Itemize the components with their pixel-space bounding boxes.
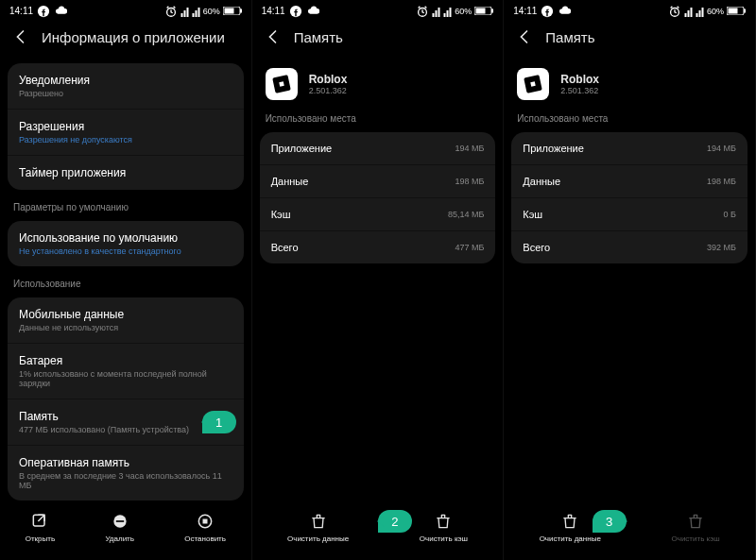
app-name: Roblox — [309, 73, 348, 86]
section-space-used: Использовано места — [504, 106, 755, 127]
status-battery: 60% — [707, 7, 724, 16]
status-time: 14:11 — [262, 6, 285, 16]
status-battery: 60% — [455, 7, 472, 16]
status-time: 14:11 — [513, 6, 537, 16]
row-storage[interactable]: Память 477 МБ использовано (Память устро… — [8, 399, 244, 445]
signal-icon — [696, 6, 704, 17]
row-default-use[interactable]: Использование по умолчанию Не установлен… — [8, 221, 244, 266]
screen-storage-after: 14:11 60% Память Roblox 2.501.362 Исполь… — [504, 0, 756, 560]
status-bar: 14:11 60% — [0, 0, 251, 19]
back-button[interactable] — [13, 28, 30, 45]
row-permissions[interactable]: Разрешения Разрешения не допускаются — [8, 109, 244, 155]
screen-app-info: 14:11 60% Информация о приложении Уведом… — [0, 0, 252, 560]
clear-data-button[interactable]: Очистить данные 3 — [540, 512, 601, 543]
row-battery[interactable]: Батарея 1% использовано с момента послед… — [8, 343, 244, 399]
facebook-icon — [541, 5, 554, 18]
bottom-bar: Очистить данные 2 Очистить кэш — [252, 502, 504, 560]
app-icon — [266, 68, 298, 100]
bottom-bar: Очистить данные 3 Очистить кэш — [504, 502, 755, 560]
row-total-size: Всего 392 МБ — [511, 230, 747, 263]
row-data-size: Данные 198 МБ — [260, 164, 496, 197]
facebook-icon — [289, 5, 302, 18]
minus-circle-icon — [111, 512, 129, 531]
signal-icon — [180, 6, 189, 17]
trash-icon — [434, 512, 453, 531]
trash-icon — [560, 512, 579, 531]
screen-storage-before: 14:11 60% Память Roblox 2.501.362 Исполь… — [252, 0, 505, 560]
force-stop-button[interactable]: Остановить — [184, 512, 226, 543]
row-app-timer[interactable]: Таймер приложения — [8, 155, 244, 190]
page-title: Память — [294, 29, 343, 45]
page-header: Память — [252, 19, 504, 59]
app-version: 2.501.362 — [560, 86, 599, 95]
app-header: Roblox 2.501.362 — [504, 59, 755, 106]
signal-icon — [192, 6, 200, 17]
page-header: Информация о приложении — [0, 19, 251, 59]
section-space-used: Использовано места — [252, 106, 504, 127]
battery-icon — [474, 7, 493, 15]
status-bar: 14:11 60% — [504, 0, 755, 19]
content: Уведомления Разрешено Разрешения Разреше… — [0, 59, 251, 502]
row-ram[interactable]: Оперативная память В среднем за последни… — [8, 445, 244, 501]
cloud-icon — [54, 5, 67, 18]
trash-icon — [309, 512, 328, 531]
signal-icon — [684, 6, 693, 17]
page-title: Память — [545, 29, 594, 45]
status-time: 14:11 — [9, 6, 33, 16]
page-header: Память — [504, 19, 755, 59]
status-battery: 60% — [203, 7, 220, 16]
battery-icon — [727, 7, 746, 15]
callout-marker: 3 — [593, 510, 627, 533]
alarm-icon — [416, 5, 429, 18]
row-notifications[interactable]: Уведомления Разрешено — [8, 63, 244, 109]
alarm-icon — [668, 5, 681, 18]
back-button[interactable] — [517, 28, 534, 45]
bottom-bar: Открыть Удалить Остановить — [0, 502, 251, 560]
page-title: Информация о приложении — [42, 29, 225, 45]
app-name: Roblox — [560, 73, 599, 86]
open-button[interactable]: Открыть — [26, 512, 55, 543]
back-button[interactable] — [266, 28, 283, 45]
battery-icon — [223, 7, 242, 15]
row-mobile-data[interactable]: Мобильные данные Данные не используются — [8, 297, 244, 343]
facebook-icon — [37, 5, 50, 18]
cloud-icon — [558, 5, 571, 18]
row-data-size: Данные 198 МБ — [511, 164, 747, 197]
section-defaults: Параметры по умолчанию — [0, 195, 251, 216]
row-total-size: Всего 477 МБ — [260, 230, 496, 263]
row-app-size: Приложение 194 МБ — [511, 132, 747, 164]
status-bar: 14:11 60% — [252, 0, 504, 19]
signal-icon — [432, 6, 440, 17]
row-cache-size: Кэш 85,14 МБ — [260, 197, 496, 230]
clear-cache-button[interactable]: 2 Очистить кэш — [420, 512, 468, 543]
trash-icon — [686, 512, 705, 531]
app-version: 2.501.362 — [309, 86, 348, 95]
clear-data-button[interactable]: Очистить данные — [287, 512, 349, 543]
clear-cache-button: Очистить кэш — [672, 512, 720, 543]
uninstall-button[interactable]: Удалить — [105, 512, 134, 543]
content: Использовано места Приложение 194 МБ Дан… — [252, 106, 504, 502]
row-cache-size: Кэш 0 Б — [511, 197, 747, 230]
callout-marker: 2 — [378, 510, 412, 533]
cloud-icon — [306, 5, 319, 18]
signal-icon — [443, 6, 452, 17]
app-header: Roblox 2.501.362 — [252, 59, 504, 106]
stop-icon — [196, 512, 215, 531]
open-icon — [30, 512, 49, 531]
content: Использовано места Приложение 194 МБ Дан… — [504, 106, 755, 502]
alarm-icon — [164, 5, 178, 18]
row-app-size: Приложение 194 МБ — [260, 132, 496, 164]
app-icon — [517, 68, 549, 100]
section-usage: Использование — [0, 271, 251, 293]
